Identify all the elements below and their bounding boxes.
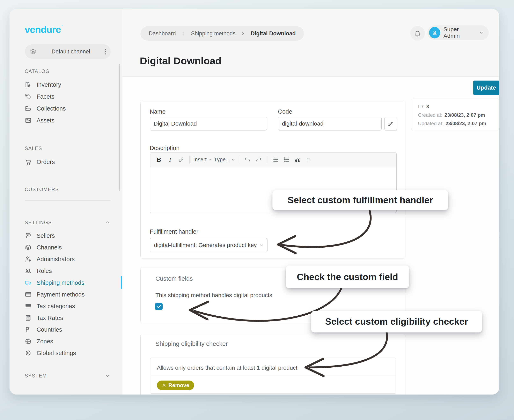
annotation-check-custom-field: Check the custom field [286,265,409,288]
chevron-right-icon [181,31,186,36]
eligibility-checker-card: Shipping eligibility checker Allows only… [140,334,406,395]
sidebar-item-global-settings[interactable]: Global settings [25,348,76,358]
bullet-list-button[interactable] [271,155,280,165]
entity-id-row: ID: 3 [418,104,492,110]
chevron-down-icon [478,30,484,36]
annotation-select-fulfillment-handler: Select custom fulfillment handler [272,190,448,210]
insert-menu-button[interactable]: Insert [193,155,212,165]
cart-icon [25,158,32,165]
toolbar-separator [189,156,190,164]
chevron-down-icon [231,158,235,162]
shipping-method-form-card: Name Code Description B I Insert [140,101,406,258]
channel-switcher[interactable]: Default channel [25,44,111,59]
users-icon [25,267,32,274]
digital-products-checkbox[interactable] [155,303,163,310]
sidebar-item-orders[interactable]: Orders [25,157,55,167]
toolbar-separator [267,156,267,164]
italic-button[interactable]: I [166,155,175,165]
user-gear-icon [25,256,32,262]
breadcrumb-dashboard[interactable]: Dashboard [149,30,176,37]
sidebar-item-zones[interactable]: Zones [25,336,53,346]
sidebar-item-inventory[interactable]: Inventory [25,80,61,90]
folder-icon [25,105,32,112]
check-icon [156,304,161,309]
updated-at-row: Updated at: 23/08/23, 2:07 pm [418,121,492,126]
horizontal-rule-button[interactable] [304,155,313,165]
name-label: Name [150,108,166,115]
eligibility-box-divider [150,376,396,376]
bell-icon [414,30,421,37]
update-button[interactable]: Update [473,81,499,95]
chevron-right-icon [240,31,246,36]
credit-card-icon [25,291,32,298]
redo-button[interactable] [254,155,263,165]
remove-checker-button[interactable]: Remove [157,381,194,390]
user-menu[interactable]: Super Admin [427,25,489,40]
description-label: Description [150,145,179,151]
sidebar: vendure’ Default channel CATALOG Invento… [9,9,122,395]
sidebar-item-tax-categories[interactable]: Tax categories [25,301,75,311]
breadcrumb-current: Digital Download [251,30,296,37]
pencil-icon [387,120,394,127]
created-at-row: Created at: 23/08/23, 2:07 pm [418,112,492,118]
page-title: Digital Download [140,55,222,67]
sidebar-item-roles[interactable]: Roles [25,266,52,276]
breadcrumb-shipping-methods[interactable]: Shipping methods [191,30,235,37]
truck-icon [25,279,32,286]
eligibility-checker-box: Allows only orders that contain at least… [150,358,396,394]
gear-icon [25,350,32,357]
link-button[interactable] [176,155,186,165]
sidebar-section-settings[interactable]: SETTINGS [25,219,111,226]
link-icon [178,157,184,163]
edit-code-button[interactable] [384,117,397,130]
fulfillment-handler-label: Fulfillment handler [150,228,198,235]
eligibility-checker-title: Shipping eligibility checker [155,340,228,347]
sidebar-section-sales: SALES [25,145,42,151]
layers-icon [30,48,37,55]
sidebar-item-facets[interactable]: Facets [25,92,54,102]
sidebar-item-assets[interactable]: Assets [25,115,54,125]
list-icon [25,303,32,310]
sidebar-scrollbar[interactable] [119,64,120,191]
chevron-up-icon [104,219,111,226]
channel-menu-icon[interactable] [105,49,106,54]
undo-icon [244,156,251,163]
bold-button[interactable]: B [154,155,163,165]
ordered-list-button[interactable] [282,155,291,165]
sidebar-item-sellers[interactable]: Sellers [25,231,55,241]
sidebar-item-tax-rates[interactable]: Tax Rates [25,313,63,323]
page-header: Dashboard Shipping methods Digital Downl… [122,9,499,77]
vendure-logo: vendure’ [25,23,62,35]
fulfillment-handler-select[interactable]: digital-fulfillment: Generates product k… [150,238,268,252]
notifications-button[interactable] [410,26,425,41]
eligibility-checker-value: Allows only orders that contain at least… [157,365,297,371]
person-icon [431,29,438,36]
blockquote-button[interactable]: “ [293,155,302,165]
digital-products-checkbox-label: This shipping method handles digital pro… [155,292,272,299]
sidebar-item-payment-methods[interactable]: Payment methods [25,290,85,299]
sidebar-item-channels[interactable]: Channels [25,242,62,252]
ordered-list-icon [283,156,290,163]
annotation-select-eligibility-checker: Select custom eligibility checker [311,311,482,332]
globe-icon [25,338,32,345]
bullet-list-icon [272,156,279,163]
redo-icon [255,156,262,163]
tag-icon [25,93,32,100]
sidebar-item-collections[interactable]: Collections [25,104,66,113]
logo-mark-icon: ’ [61,23,62,30]
user-name: Super Admin [444,26,475,39]
sidebar-section-system[interactable]: SYSTEM [25,373,111,379]
sidebar-divider [25,200,111,201]
name-input[interactable] [150,117,267,130]
chevron-down-icon [104,373,111,379]
code-label: Code [278,108,292,115]
sidebar-item-shipping-methods[interactable]: Shipping methods [25,278,84,288]
active-item-indicator [121,276,122,289]
undo-button[interactable] [243,155,252,165]
code-input[interactable] [278,117,382,130]
sidebar-item-administrators[interactable]: Administrators [25,254,75,264]
avatar [429,27,440,38]
type-menu-button[interactable]: Type... [214,155,235,165]
sidebar-item-countries[interactable]: Countries [25,325,62,335]
image-icon [25,117,32,124]
